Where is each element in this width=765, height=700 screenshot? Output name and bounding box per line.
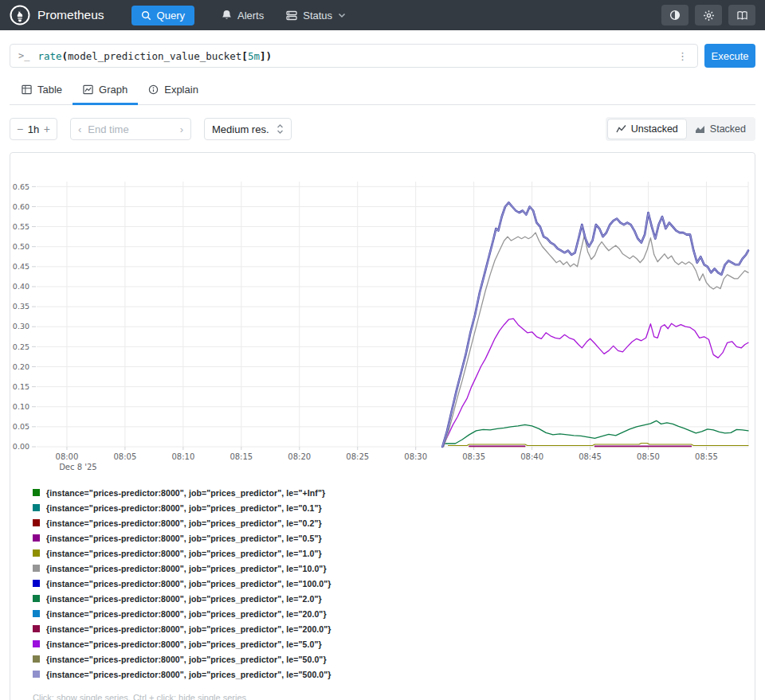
legend-swatch-icon [33,640,40,647]
legend-label: {instance="prices-predictor:8000", job="… [46,655,327,664]
svg-text:0.35: 0.35 [13,302,29,311]
end-time-input[interactable]: End time [88,123,179,135]
legend-item[interactable]: {instance="prices-predictor:8000", job="… [33,591,755,606]
expression-token: 5m [248,50,260,62]
legend-swatch-icon [33,565,40,572]
end-time-picker[interactable]: ‹ End time › [70,118,191,140]
theme-toggle-button[interactable] [661,5,688,25]
stacked-button[interactable]: Stacked [687,119,754,139]
nav-status-menu[interactable]: Status [277,6,355,25]
range-decrease-button[interactable]: − [17,123,23,135]
status-stack-icon [286,10,297,21]
svg-text:0.20: 0.20 [13,362,29,371]
legend-label: {instance="prices-predictor:8000", job="… [46,639,322,649]
svg-text:08:30: 08:30 [404,452,427,461]
navbar: Prometheus Query Alerts Status [0,0,765,30]
panel-tabs: Table Graph Explain [10,79,755,105]
legend-item[interactable]: {instance="prices-predictor:8000", job="… [33,561,755,576]
time-series-chart[interactable]: 0.000.050.100.150.200.250.300.350.400.45… [10,158,755,482]
legend-label: {instance="prices-predictor:8000", job="… [46,624,332,634]
nav-alerts-button[interactable]: Alerts [212,6,273,25]
settings-button[interactable] [695,5,722,25]
unstacked-button[interactable]: Unstacked [607,119,687,139]
svg-text:0.60: 0.60 [13,202,29,211]
series-legend: {instance="prices-predictor:8000", job="… [33,485,755,682]
legend-item[interactable]: {instance="prices-predictor:8000", job="… [33,576,755,591]
legend-item[interactable]: {instance="prices-predictor:8000", job="… [33,636,755,651]
svg-text:0.45: 0.45 [13,262,29,271]
legend-swatch-icon [33,489,40,496]
svg-text:0.05: 0.05 [13,422,29,431]
legend-label: {instance="prices-predictor:8000", job="… [46,579,332,589]
navbar-actions [661,5,755,25]
promql-expression[interactable]: rate(model_prediction_value_bucket[5m]) [37,50,676,62]
svg-text:08:50: 08:50 [637,452,660,461]
range-selector[interactable]: − 1h + [10,118,57,140]
legend-swatch-icon [33,671,40,678]
resolution-value: Medium res. [212,123,269,135]
line-chart-icon [616,124,626,134]
legend-label: {instance="prices-predictor:8000", job="… [46,534,322,543]
book-icon [736,10,748,21]
svg-text:0.55: 0.55 [13,222,29,231]
svg-text:08:40: 08:40 [520,452,543,461]
legend-swatch-icon [33,655,40,663]
legend-swatch-icon [33,534,40,542]
time-forward-button[interactable]: › [180,123,183,135]
legend-item[interactable]: {instance="prices-predictor:8000", job="… [33,621,755,636]
svg-text:0.50: 0.50 [13,242,29,251]
legend-item[interactable]: {instance="prices-predictor:8000", job="… [33,515,755,530]
svg-text:08:00: 08:00 [56,452,79,461]
graph-controls: − 1h + ‹ End time › Medium res. Unstacke… [10,117,755,141]
svg-text:0.10: 0.10 [13,402,29,411]
legend-swatch-icon [33,519,40,526]
legend-label: {instance="prices-predictor:8000", job="… [46,503,322,513]
legend-item[interactable]: {instance="prices-predictor:8000", job="… [33,500,755,515]
legend-swatch-icon [33,625,40,632]
legend-item[interactable]: {instance="prices-predictor:8000", job="… [33,485,755,500]
svg-text:08:05: 08:05 [113,452,136,461]
expression-input[interactable]: >_ rate(model_prediction_value_bucket[5m… [10,44,698,68]
expression-token: [ [241,50,248,62]
legend-label: {instance="prices-predictor:8000", job="… [46,670,332,679]
legend-hint: Click: show single series, Ctrl + click:… [33,693,755,700]
search-icon [141,10,151,21]
svg-text:0.00: 0.00 [13,442,29,451]
legend-item[interactable]: {instance="prices-predictor:8000", job="… [33,606,755,621]
docs-button[interactable] [728,5,755,25]
execute-button[interactable]: Execute [704,44,755,68]
terminal-prompt-icon: >_ [18,50,29,61]
legend-swatch-icon [33,549,40,557]
expression-token: ( [62,50,69,62]
nav-alerts-label: Alerts [237,10,264,22]
tab-graph[interactable]: Graph [73,79,138,105]
tab-table[interactable]: Table [11,79,73,105]
svg-text:08:45: 08:45 [579,452,602,461]
stacking-toggle: Unstacked Stacked [606,117,755,141]
legend-swatch-icon [33,504,40,511]
time-back-button[interactable]: ‹ [78,123,81,135]
legend-item[interactable]: {instance="prices-predictor:8000", job="… [33,530,755,546]
legend-item[interactable]: {instance="prices-predictor:8000", job="… [33,546,755,561]
svg-text:08:25: 08:25 [346,452,369,461]
legend-label: {instance="prices-predictor:8000", job="… [46,594,322,604]
svg-text:08:20: 08:20 [288,452,311,461]
gear-icon [703,10,715,22]
legend-swatch-icon [33,580,40,587]
svg-text:Dec 8 '25: Dec 8 '25 [59,463,97,471]
svg-text:08:55: 08:55 [695,452,718,461]
legend-label: {instance="prices-predictor:8000", job="… [46,564,327,573]
nav-query-button[interactable]: Query [131,6,194,25]
explain-icon [148,84,159,95]
resolution-select[interactable]: Medium res. [204,118,292,140]
legend-item[interactable]: {instance="prices-predictor:8000", job="… [33,667,755,682]
brand[interactable]: Prometheus [10,5,104,25]
range-increase-button[interactable]: + [44,123,50,135]
expression-menu-button[interactable]: ⋮ [676,50,689,62]
range-value[interactable]: 1h [28,123,39,135]
expression-token: rate [37,50,61,62]
tab-explain[interactable]: Explain [138,79,209,105]
legend-swatch-icon [33,595,40,602]
legend-item[interactable]: {instance="prices-predictor:8000", job="… [33,651,755,667]
legend-label: {instance="prices-predictor:8000", job="… [46,609,327,619]
